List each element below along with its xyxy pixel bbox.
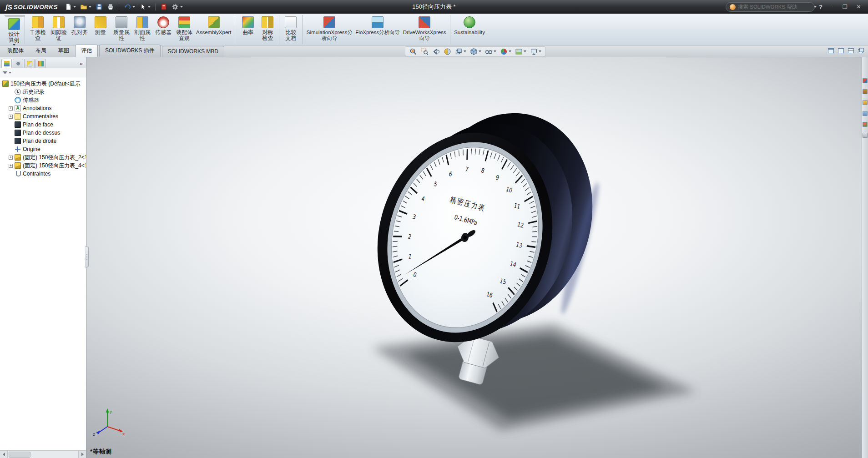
maximize-button[interactable]: ❐	[840, 3, 850, 11]
command-tab[interactable]: 布局	[30, 45, 52, 57]
chevron-down-icon	[132, 6, 135, 8]
ribbon-button[interactable]: DriveWorksXpress向导	[401, 15, 450, 44]
tree-expander-icon[interactable]: +	[9, 115, 13, 119]
ribbon-button[interactable]: 剖面属性	[132, 15, 153, 44]
tree-item-icon	[2, 81, 9, 87]
zoom-fit-button[interactable]	[409, 48, 417, 55]
tree-item[interactable]: Origine	[9, 145, 86, 153]
orientation-triad: y x z	[93, 408, 125, 437]
tab-feature-tree[interactable]	[1, 59, 12, 68]
command-tab[interactable]: 装配体	[1, 45, 30, 57]
ribbon-button[interactable]: 比较文档	[282, 15, 303, 44]
undo-button[interactable]	[122, 2, 136, 11]
panel-collapse-button[interactable]: »	[78, 60, 84, 68]
tile-horizontal-icon[interactable]	[848, 47, 854, 54]
ribbon-button[interactable]: 传感器	[153, 15, 174, 44]
tile-window-icon[interactable]	[828, 47, 834, 54]
resources-tab-icon[interactable]	[863, 78, 868, 83]
tree-item[interactable]: Contraintes	[9, 170, 86, 178]
ribbon-button[interactable]: FloXpress分析向导	[354, 15, 401, 44]
previous-view-icon	[432, 48, 440, 55]
tree-item[interactable]: Plan de dessus	[9, 129, 86, 137]
open-file-button[interactable]	[79, 2, 93, 11]
ribbon-button[interactable]: 曲率	[237, 15, 258, 44]
design-library-tab-icon[interactable]	[863, 89, 868, 94]
scrollbar-thumb[interactable]	[9, 452, 30, 458]
tree-item[interactable]: + Annotations	[9, 104, 86, 112]
filter-funnel-icon[interactable]	[3, 71, 7, 74]
ribbon-button[interactable]: AssemblyXpert	[195, 15, 235, 44]
tree-item[interactable]: + (固定) 150径向压力表_2<1	[9, 153, 86, 161]
dropdown-caret-icon[interactable]	[9, 72, 11, 74]
tree-item[interactable]: Plan de droite	[9, 137, 86, 145]
apply-scene-button[interactable]	[515, 48, 526, 55]
tree-horizontal-scrollbar[interactable]	[0, 450, 86, 458]
close-button[interactable]: ✕	[854, 3, 863, 11]
save-button[interactable]	[94, 2, 104, 11]
tree-item[interactable]: 150径向压力表 (Défaut<显示	[2, 80, 86, 88]
view-orientation-button[interactable]	[455, 48, 466, 55]
ribbon-button[interactable]: 设计算例	[4, 15, 25, 44]
tree-item-icon	[15, 146, 21, 152]
scroll-right-button[interactable]	[78, 451, 86, 458]
command-tab[interactable]: SOLIDWORKS MBD	[162, 46, 224, 57]
tab-property-manager[interactable]	[13, 59, 23, 68]
previous-view-button[interactable]	[432, 48, 440, 55]
help-search-box[interactable]	[726, 2, 815, 12]
rebuild-button[interactable]	[159, 2, 169, 11]
chevron-down-icon[interactable]	[814, 6, 817, 8]
tree-item[interactable]: 传感器	[9, 96, 86, 104]
tab-display-manager[interactable]	[35, 59, 46, 68]
tree-item[interactable]: Plan de face	[9, 121, 86, 129]
display-style-button[interactable]	[470, 48, 481, 55]
scroll-left-button[interactable]	[0, 451, 8, 458]
ribbon-button[interactable]: 间隙验证	[48, 15, 69, 44]
view-settings-button[interactable]	[530, 48, 541, 55]
ribbon-button-icon	[136, 16, 148, 28]
ribbon-button[interactable]: SimulationXpress分析向导	[305, 15, 354, 44]
tree-item[interactable]: + (固定) 150径向压力表_4<1	[9, 161, 86, 170]
graphics-area[interactable]: 012345678910111213141516 精密压力表 0-1.6MPa …	[86, 57, 862, 458]
view-palette-tab-icon[interactable]	[863, 111, 868, 116]
ribbon-button-icon	[285, 16, 297, 28]
ribbon-button[interactable]: 对称检查	[258, 15, 279, 44]
custom-properties-tab-icon[interactable]	[863, 133, 868, 138]
tab-configurations[interactable]	[24, 59, 35, 68]
options-button[interactable]	[170, 2, 184, 11]
new-file-button[interactable]	[63, 2, 77, 11]
ribbon-button[interactable]: 装配体直观	[174, 15, 195, 44]
configurations-icon	[27, 61, 32, 66]
ribbon-button[interactable]: 干涉检查	[27, 15, 48, 44]
tree-item[interactable]: + Commentaires	[9, 112, 86, 121]
print-button[interactable]	[106, 2, 116, 11]
ribbon-toolbar: 设计算例 干涉检查 间隙验证 孔对齐 测	[0, 14, 868, 45]
tree-expander-icon[interactable]: +	[9, 106, 13, 111]
tree-item[interactable]: 历史记录	[9, 88, 86, 96]
tile-vertical-icon[interactable]	[838, 47, 844, 54]
ribbon-button-icon	[32, 16, 44, 28]
file-explorer-tab-icon[interactable]	[863, 100, 868, 105]
ribbon-button[interactable]: 质量属性	[111, 15, 132, 44]
appearances-tab-icon[interactable]	[863, 122, 868, 127]
ribbon-button[interactable]: Sustainability	[453, 15, 486, 44]
tree-expander-icon[interactable]: +	[9, 156, 13, 160]
tree-item-icon	[15, 121, 21, 128]
select-tool-button[interactable]	[138, 2, 152, 11]
tree-item-label: (固定) 150径向压力表_2<1	[23, 154, 86, 161]
search-input[interactable]	[738, 4, 808, 10]
ribbon-button[interactable]: 测量	[90, 15, 111, 44]
property-manager-icon	[15, 61, 21, 66]
section-view-button[interactable]	[444, 48, 451, 55]
hide-show-items-button[interactable]	[485, 48, 496, 55]
command-tab[interactable]: 草图	[52, 45, 75, 57]
minimize-button[interactable]: –	[827, 3, 836, 11]
panel-splitter-handle[interactable]	[85, 247, 89, 267]
tree-expander-icon[interactable]: +	[9, 164, 13, 168]
command-tab[interactable]: 评估	[75, 45, 98, 57]
command-tab[interactable]: SOLIDWORKS 插件	[99, 45, 161, 57]
ribbon-button[interactable]: 孔对齐	[69, 15, 90, 44]
help-button[interactable]: ?	[819, 4, 823, 10]
zoom-area-button[interactable]	[421, 48, 429, 55]
edit-appearance-button[interactable]	[500, 48, 511, 55]
cascade-window-icon[interactable]	[858, 47, 864, 54]
